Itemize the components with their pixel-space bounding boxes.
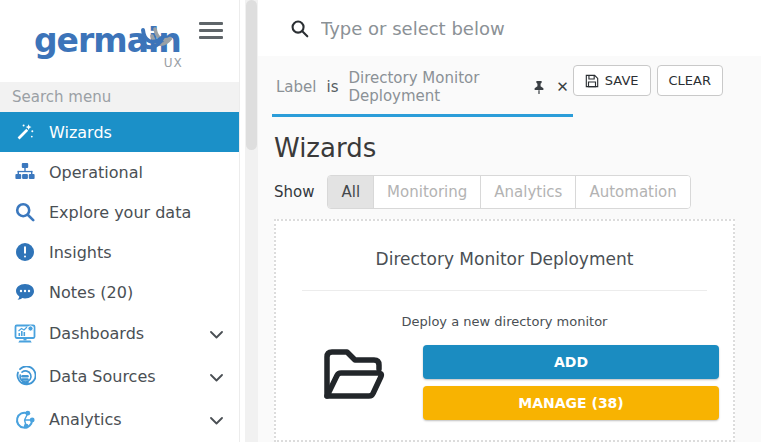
card-title: Directory Monitor Deployment <box>276 249 733 269</box>
filter-chip[interactable]: Label is Directory Monitor Deployment ✕ <box>272 65 573 117</box>
sidebar-scrollbar[interactable] <box>245 0 258 442</box>
search-icon <box>290 19 309 38</box>
share-nodes-icon <box>14 409 36 431</box>
search-icon <box>14 201 36 223</box>
sidebar-item-insights[interactable]: Insights <box>0 232 239 272</box>
show-filter-row: Show All Monitoring Analytics Automation <box>274 175 761 209</box>
card-body: ADD MANAGE (38) <box>276 345 733 420</box>
add-button[interactable]: ADD <box>423 345 719 379</box>
sidebar-item-label: Operational <box>49 163 143 182</box>
sidebar-item-dashboards[interactable]: Dashboards <box>0 312 239 355</box>
sidebar-nav: Wizards Operational <box>0 112 239 441</box>
dashboard-monitor-icon <box>14 323 36 345</box>
clear-button[interactable]: CLEAR <box>657 65 723 96</box>
filter-actions: SAVE CLEAR <box>573 65 723 96</box>
sidebar-item-label: Explore your data <box>49 203 191 222</box>
close-icon[interactable]: ✕ <box>556 80 569 95</box>
sidebar-item-data-sources[interactable]: Data Sources <box>0 355 239 398</box>
thumbtack-icon[interactable] <box>532 80 546 95</box>
global-search-input[interactable] <box>321 18 701 39</box>
page-title: Wizards <box>274 133 761 163</box>
filter-operator: is <box>326 78 338 96</box>
scrollbar-thumb[interactable] <box>246 0 257 150</box>
clear-button-label: CLEAR <box>669 73 711 88</box>
sidebar-item-label: Analytics <box>49 410 122 429</box>
filter-row: Label is Directory Monitor Deployment ✕ <box>272 65 723 117</box>
show-label: Show <box>274 183 314 201</box>
tab-all[interactable]: All <box>328 176 373 208</box>
wizard-card: Directory Monitor Deployment Deploy a ne… <box>274 219 735 442</box>
tab-analytics[interactable]: Analytics <box>480 176 575 208</box>
sidebar-item-wizards[interactable]: Wizards <box>0 112 239 152</box>
brand-sub: UX <box>164 56 183 70</box>
global-search <box>290 18 761 39</box>
sitemap-icon <box>14 161 36 183</box>
sidebar-item-notes[interactable]: Notes (20) <box>0 272 239 312</box>
sidebar-item-label: Wizards <box>49 123 112 142</box>
card-description: Deploy a new directory monitor <box>276 314 733 329</box>
sidebar-item-explore[interactable]: Explore your data <box>0 192 239 232</box>
floppy-save-icon <box>585 74 599 88</box>
menu-toggle-icon[interactable] <box>199 22 223 41</box>
sidebar: germain UX Wizards <box>0 0 240 442</box>
magic-wand-icon <box>14 121 36 143</box>
sidebar-item-label: Dashboards <box>49 324 144 343</box>
sidebar-item-operational[interactable]: Operational <box>0 152 239 192</box>
sidebar-item-label: Data Sources <box>49 367 156 386</box>
sidebar-search-input[interactable] <box>0 82 239 112</box>
tab-automation[interactable]: Automation <box>575 176 689 208</box>
sidebar-item-analytics[interactable]: Analytics <box>0 398 239 441</box>
chevron-down-icon <box>210 410 223 429</box>
exclamation-circle-icon <box>14 241 36 263</box>
database-icon <box>14 366 36 388</box>
open-folder-icon <box>320 345 386 407</box>
save-button[interactable]: SAVE <box>573 65 651 96</box>
search-header <box>258 0 761 56</box>
sidebar-item-label: Insights <box>49 243 112 262</box>
card-buttons: ADD MANAGE (38) <box>423 345 719 420</box>
comment-icon <box>14 281 36 303</box>
manage-button[interactable]: MANAGE (38) <box>423 386 719 420</box>
logo-swoosh-icon <box>130 26 182 54</box>
save-button-label: SAVE <box>605 73 639 88</box>
logo-row: germain UX <box>0 0 239 82</box>
filter-field: Label <box>276 78 316 96</box>
app-window: germain UX Wizards <box>0 0 761 442</box>
card-divider <box>302 290 707 291</box>
main-content: Label is Directory Monitor Deployment ✕ <box>258 0 761 442</box>
sidebar-item-label: Notes (20) <box>49 283 133 302</box>
chevron-down-icon <box>210 324 223 343</box>
chevron-down-icon <box>210 367 223 386</box>
logo: germain UX <box>34 24 181 57</box>
category-tab-group: All Monitoring Analytics Automation <box>327 175 690 209</box>
filter-value: Directory Monitor Deployment <box>348 69 522 105</box>
tab-monitoring[interactable]: Monitoring <box>373 176 480 208</box>
